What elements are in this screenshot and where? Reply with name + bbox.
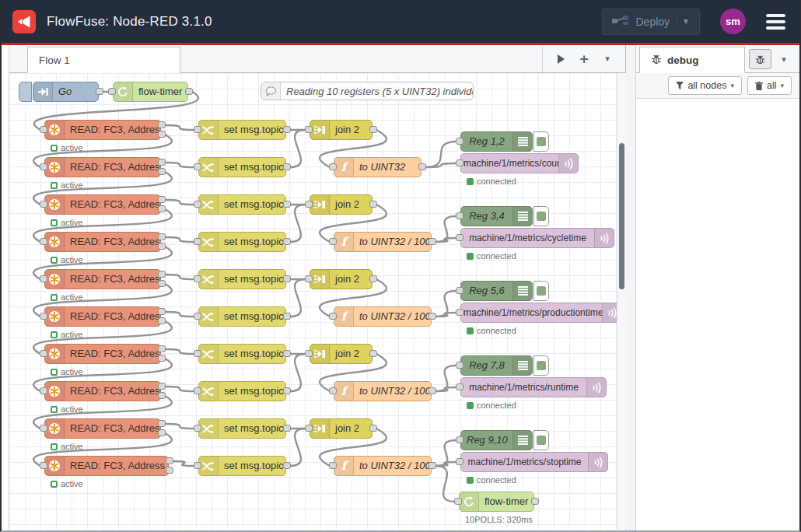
output-port[interactable] xyxy=(283,425,291,432)
node-change-8[interactable]: set msg.topic xyxy=(198,381,286,401)
node-modbus-read-1[interactable]: READ: FC3, Address 1active xyxy=(44,120,161,140)
node-mqtt-runtime[interactable]: machine/1/metrics/runtimeconnected xyxy=(460,377,607,397)
output-port[interactable] xyxy=(283,163,291,170)
output-port[interactable] xyxy=(158,355,166,362)
input-port[interactable] xyxy=(305,126,313,133)
wire[interactable] xyxy=(165,275,194,279)
output-port[interactable] xyxy=(283,126,291,133)
input-port[interactable] xyxy=(194,238,201,245)
node-function-2[interactable]: fto UINT32 / 100 xyxy=(334,232,432,252)
output-port[interactable] xyxy=(158,280,166,287)
node-modbus-read-6[interactable]: READ: FC3, Address 6active xyxy=(44,306,161,327)
node-join-1[interactable]: join 2 xyxy=(310,120,373,140)
wire[interactable] xyxy=(435,466,455,502)
output-port[interactable] xyxy=(158,429,166,436)
inject-button[interactable] xyxy=(19,82,32,102)
wire[interactable] xyxy=(290,205,306,242)
node-modbus-read-7[interactable]: READ: FC3, Address 7active xyxy=(44,344,161,364)
input-port[interactable] xyxy=(456,138,463,145)
node-change-10[interactable]: set msg.topic xyxy=(198,456,286,476)
input-port[interactable] xyxy=(40,126,47,133)
node-join-4[interactable]: join 2 xyxy=(310,344,373,364)
node-inject-go[interactable]: Go xyxy=(19,82,99,102)
node-modbus-read-3[interactable]: READ: FC3, Address 3active xyxy=(44,194,161,215)
output-port[interactable] xyxy=(158,308,166,315)
output-port[interactable] xyxy=(369,425,377,432)
output-port[interactable] xyxy=(185,88,193,95)
flow-canvas[interactable]: Goflow-timerReading 10 registers (5 x UI… xyxy=(9,73,626,530)
output-port[interactable] xyxy=(283,201,291,208)
node-change-4[interactable]: set msg.topic xyxy=(198,232,286,252)
node-function-3[interactable]: fto UINT32 / 100 xyxy=(334,306,432,327)
output-port[interactable] xyxy=(428,238,436,245)
output-port[interactable] xyxy=(158,196,166,203)
output-port[interactable] xyxy=(369,126,377,133)
tab-debug[interactable]: debug xyxy=(639,47,745,73)
wire[interactable] xyxy=(165,349,194,354)
output-port[interactable] xyxy=(428,462,436,469)
node-comment[interactable]: Reading 10 registers (5 x UINT32) indivi… xyxy=(261,82,474,100)
input-port[interactable] xyxy=(40,238,47,245)
input-port[interactable] xyxy=(329,238,337,245)
node-mqtt-count[interactable]: machine/1/metrics/countconnected xyxy=(460,153,579,173)
node-modbus-read-4[interactable]: READ: FC3, Address 4active xyxy=(44,232,161,252)
input-port[interactable] xyxy=(194,163,201,170)
debug-toggle-button[interactable] xyxy=(533,131,549,152)
input-port[interactable] xyxy=(194,350,201,357)
debug-clear-button[interactable]: all ▾ xyxy=(747,76,792,95)
output-port[interactable] xyxy=(283,238,291,245)
node-change-3[interactable]: set msg.topic xyxy=(198,194,286,215)
input-port[interactable] xyxy=(194,425,201,432)
output-port[interactable] xyxy=(428,313,436,320)
node-flow-timer-bottom[interactable]: flow-timer10POLLS: 320ms xyxy=(459,492,534,512)
input-port[interactable] xyxy=(329,313,337,320)
input-port[interactable] xyxy=(40,163,47,170)
wire[interactable] xyxy=(435,387,456,391)
node-function-1[interactable]: fto UINT32 xyxy=(334,157,421,177)
input-port[interactable] xyxy=(456,287,463,294)
wire[interactable] xyxy=(165,312,194,317)
node-modbus-read-10[interactable]: READ: FC3, Address 10active xyxy=(44,456,169,476)
output-port[interactable] xyxy=(283,462,291,469)
node-mqtt-productiontime[interactable]: machine/1/metrics/productiontimeconnecte… xyxy=(460,303,622,323)
output-port[interactable] xyxy=(283,313,291,320)
node-flow-timer-top[interactable]: flow-timer xyxy=(113,82,188,102)
wire[interactable] xyxy=(290,130,306,167)
output-port[interactable] xyxy=(158,383,166,390)
canvas-scrollbar-thumb[interactable] xyxy=(619,143,624,289)
input-port[interactable] xyxy=(454,498,462,505)
output-port[interactable] xyxy=(369,201,377,208)
input-port[interactable] xyxy=(305,425,313,432)
node-debug-reg-7-8[interactable]: Reg 7,8 xyxy=(460,355,549,376)
input-port[interactable] xyxy=(194,275,201,282)
node-mqtt-cycletime[interactable]: machine/1/metrics/cycletimeconnected xyxy=(460,228,614,248)
output-port[interactable] xyxy=(369,350,377,357)
output-port[interactable] xyxy=(418,163,426,170)
input-port[interactable] xyxy=(40,275,47,282)
node-modbus-read-5[interactable]: READ: FC3, Address 5active xyxy=(44,269,161,289)
debug-toggle-button[interactable] xyxy=(533,281,549,301)
debug-toggle-button[interactable] xyxy=(533,430,549,450)
output-port[interactable] xyxy=(158,317,166,324)
wire[interactable] xyxy=(165,237,194,242)
wire[interactable] xyxy=(290,429,306,466)
output-port[interactable] xyxy=(369,275,377,282)
wire[interactable] xyxy=(290,279,306,317)
wire[interactable] xyxy=(165,125,194,130)
output-port[interactable] xyxy=(158,345,166,352)
node-function-4[interactable]: fto UINT32 / 100 xyxy=(334,381,432,401)
node-function-5[interactable]: fto UINT32 / 100 xyxy=(334,456,432,476)
input-port[interactable] xyxy=(456,362,463,369)
tab-list-button[interactable]: ▾ xyxy=(596,45,619,72)
output-port[interactable] xyxy=(283,350,291,357)
node-debug-reg-9-10[interactable]: Reg 9,10 xyxy=(460,430,549,450)
output-port[interactable] xyxy=(166,457,173,464)
input-port[interactable] xyxy=(40,387,47,394)
input-port[interactable] xyxy=(456,159,463,166)
node-change-7[interactable]: set msg.topic xyxy=(198,344,286,364)
output-port[interactable] xyxy=(158,168,166,175)
input-port[interactable] xyxy=(456,458,463,465)
wire[interactable] xyxy=(165,200,194,205)
input-port[interactable] xyxy=(40,350,47,357)
output-port[interactable] xyxy=(158,159,166,166)
